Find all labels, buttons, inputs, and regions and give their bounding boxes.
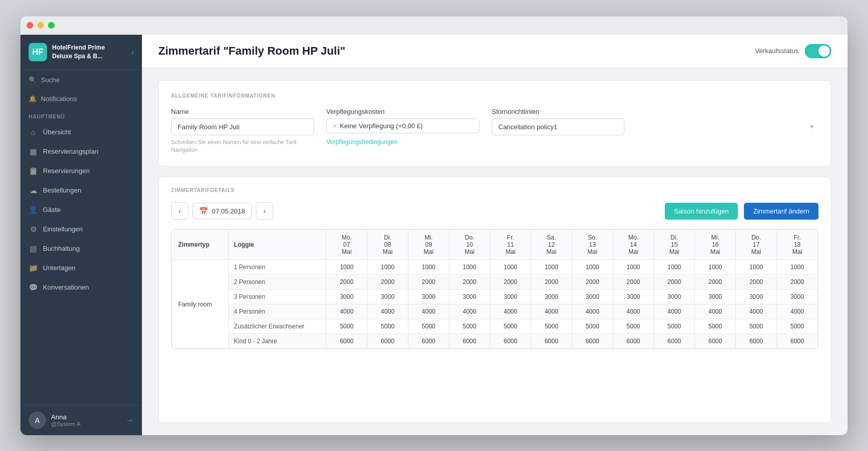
cell-val-5-3: 6000 — [449, 334, 490, 349]
date-input-box[interactable]: 📅 07.05.2018 — [192, 203, 252, 219]
sidebar-item-unterlagen[interactable]: 📁 Unterlagen — [20, 258, 142, 278]
cell-val-1-4: 2000 — [490, 275, 531, 290]
storno-chevron-icon: ▾ — [810, 123, 813, 130]
sidebar-item-gaeste[interactable]: 👤 Gäste — [20, 200, 142, 220]
tarif-toolbar-left: ‹ 📅 07.05.2018 › — [171, 202, 273, 220]
storno-select[interactable]: Cancellation policy1 Cancellation policy… — [492, 118, 624, 135]
person-icon: 👤 — [29, 205, 38, 215]
cell-val-5-11: 6000 — [777, 334, 817, 349]
logout-icon[interactable]: → — [126, 416, 134, 425]
sidebar-item-reservierungsplan[interactable]: ▦ Reservierungsplan — [20, 142, 142, 161]
zimmertarif-aendern-button[interactable]: Zimmertarif ändern — [744, 203, 818, 220]
cell-val-4-4: 5000 — [490, 319, 531, 334]
sidebar-item-einstellungen[interactable]: ⚙ Einstellungen — [20, 220, 142, 239]
date-prev-button[interactable]: ‹ — [171, 202, 188, 220]
name-input[interactable] — [171, 118, 314, 135]
verpflegung-chip-input[interactable]: × Keine Verpflegung (+0,00 £) — [326, 118, 479, 133]
home-icon: ⌂ — [29, 128, 38, 137]
close-button[interactable] — [27, 22, 33, 29]
ledger-icon: ▤ — [29, 244, 38, 253]
sidebar-notifications-label: Notifications — [41, 95, 77, 103]
col-header-day-8: Di.15Mai — [654, 230, 695, 260]
table-wrapper[interactable]: Zimmertyp Loggie Mo.07Mai Di.08Mai Mi.09… — [171, 229, 818, 349]
search-icon: 🔍 — [29, 76, 37, 84]
avatar: A — [29, 412, 46, 429]
sidebar-search-label: Suche — [41, 76, 60, 84]
cell-val-0-10: 1000 — [736, 260, 777, 275]
cell-val-4-10: 5000 — [736, 319, 777, 334]
cell-val-2-5: 3000 — [531, 290, 572, 304]
sidebar-item-konversationen-label: Konversationen — [43, 283, 89, 291]
sidebar-item-reservierungen[interactable]: 📋 Reservierungen — [20, 161, 142, 181]
table-header-row: Zimmertyp Loggie Mo.07Mai Di.08Mai Mi.09… — [172, 230, 818, 260]
col-header-loggie: Loggie — [229, 230, 326, 260]
col-header-day-6: So.13Mai — [572, 230, 613, 260]
cell-val-4-9: 5000 — [695, 319, 736, 334]
sidebar-item-buchhaltung-label: Buchhaltung — [43, 245, 80, 252]
cell-val-4-8: 5000 — [654, 319, 695, 334]
sidebar-notifications[interactable]: 🔔 Notifications — [20, 90, 142, 108]
minimize-button[interactable] — [37, 22, 44, 29]
app-window: HF HotelFriend Prime Deluxe Spa & B... ›… — [20, 16, 848, 435]
cell-loggie-2: 3 Personen — [229, 290, 326, 304]
cell-val-1-5: 2000 — [531, 275, 572, 290]
saison-hinzufuegen-button[interactable]: Saison hinzufügen — [665, 203, 738, 220]
sidebar-item-gaeste-label: Gäste — [43, 206, 61, 213]
cell-val-1-11: 2000 — [777, 275, 817, 290]
sidebar-logo[interactable]: HF HotelFriend Prime Deluxe Spa & B... › — [20, 35, 142, 70]
maximize-button[interactable] — [48, 22, 55, 29]
cell-val-5-0: 6000 — [326, 334, 367, 349]
cell-val-3-1: 4000 — [367, 304, 408, 319]
cell-val-4-3: 5000 — [449, 319, 490, 334]
verkaufsstatus-label: Verkaufsstatus — [755, 47, 799, 55]
page-title: Zimmertarif "Family Room HP Juli" — [158, 44, 345, 58]
col-header-day-1: Di.08Mai — [367, 230, 408, 260]
cell-val-0-1: 1000 — [367, 260, 408, 275]
cell-val-2-2: 3000 — [408, 290, 449, 304]
tarif-toolbar-right: Saison hinzufügen Zimmertarif ändern — [665, 203, 818, 220]
verpflegung-label: Verpflegungskosten — [326, 108, 479, 115]
page-header: Zimmertarif "Family Room HP Juli" Verkau… — [142, 35, 848, 68]
table-row: 2 Personen200020002000200020002000200020… — [172, 275, 818, 290]
sidebar-expand-icon[interactable]: › — [131, 48, 134, 56]
table-row: 3 Personen300030003000300030003000300030… — [172, 290, 818, 304]
user-name: Anna — [51, 413, 120, 421]
cell-val-2-9: 3000 — [695, 290, 736, 304]
cell-val-3-5: 4000 — [531, 304, 572, 319]
cell-val-2-7: 3000 — [613, 290, 654, 304]
cell-val-5-7: 6000 — [613, 334, 654, 349]
sidebar-item-bestellungen-label: Bestellungen — [43, 186, 81, 194]
sidebar-item-overview[interactable]: ⌂ Übersicht — [20, 123, 142, 142]
sidebar-item-buchhaltung[interactable]: ▤ Buchhaltung — [20, 239, 142, 258]
cell-val-5-1: 6000 — [367, 334, 408, 349]
date-value: 07.05.2018 — [212, 207, 245, 215]
allgemeine-card: ALLGEMEINE TARIFINFORMATIONEN Name Schre… — [158, 80, 831, 167]
cell-val-3-4: 4000 — [490, 304, 531, 319]
storno-select-wrapper: Cancellation policy1 Cancellation policy… — [492, 118, 818, 135]
cell-loggie-0: 1 Personen — [229, 260, 326, 275]
sidebar-item-reservierungsplan-label: Reservierungsplan — [43, 148, 98, 155]
sidebar-search[interactable]: 🔍 Suche — [20, 70, 142, 90]
logo-icon: HF — [29, 43, 47, 61]
col-header-day-7: Mo.14Mai — [613, 230, 654, 260]
table-scroll-container: Zimmertyp Loggie Mo.07Mai Di.08Mai Mi.09… — [171, 229, 818, 349]
sidebar-item-bestellungen[interactable]: ☁ Bestellungen — [20, 181, 142, 200]
verkaufsstatus-toggle[interactable] — [805, 44, 831, 58]
date-next-button[interactable]: › — [256, 202, 273, 220]
cell-val-4-11: 5000 — [777, 319, 817, 334]
cell-val-3-6: 4000 — [572, 304, 613, 319]
cell-loggie-4: Zusätzlicher Erwachsener — [229, 319, 326, 334]
col-header-day-2: Mi.09Mai — [408, 230, 449, 260]
cell-val-4-1: 5000 — [367, 319, 408, 334]
cell-val-0-8: 1000 — [654, 260, 695, 275]
sidebar-item-konversationen[interactable]: 💬 Konversationen — [20, 278, 142, 297]
sidebar: HF HotelFriend Prime Deluxe Spa & B... ›… — [20, 35, 142, 435]
verpflegungsbedingungen-link[interactable]: Verpflegungsbedingungen — [326, 138, 479, 146]
verpflegung-chip-remove-icon[interactable]: × — [333, 122, 337, 130]
tarif-toolbar: ‹ 📅 07.05.2018 › Saison hinzufügen Zimme… — [171, 202, 818, 220]
cell-val-5-5: 6000 — [531, 334, 572, 349]
cell-val-4-7: 5000 — [613, 319, 654, 334]
chat-icon: 💬 — [29, 283, 38, 292]
cell-val-2-6: 3000 — [572, 290, 613, 304]
cell-val-0-6: 1000 — [572, 260, 613, 275]
